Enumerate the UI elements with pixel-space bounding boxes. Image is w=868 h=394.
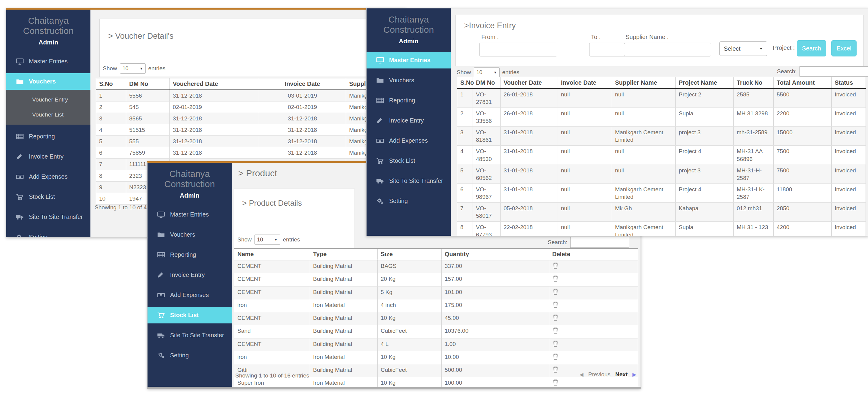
sidebar-subitem-voucher-entry[interactable]: Voucher Entry [6,92,90,107]
cell: CEMENT [234,338,310,351]
sidebar-item-setting[interactable]: Setting [6,229,90,237]
trash-icon [552,366,559,375]
truck-icon [157,332,165,339]
column-header-invoice-date[interactable]: Invoice Date [259,78,346,90]
cell: 20 Kg [378,273,442,286]
sidebar-item-reporting[interactable]: Reporting [6,128,90,145]
column-header-total-amount[interactable]: Total Amount [774,77,832,89]
column-header-project-name[interactable]: Project Name [676,77,734,89]
delete-button[interactable] [552,353,559,360]
previous-icon[interactable]: ◀ [580,371,584,378]
cell: 05-02-2018 [501,202,558,221]
sidebar-item-reporting[interactable]: Reporting [367,92,451,109]
delete-button[interactable] [552,327,559,334]
sidebar-item-invoice-entry[interactable]: Invoice Entry [367,112,451,129]
sidebar-item-setting[interactable]: Setting [367,193,451,209]
page-size-value: 10 [123,65,129,72]
cell: Invoiced [832,202,866,221]
sidebar-item-invoice-entry[interactable]: Invoice Entry [148,267,231,283]
column-header-quantity[interactable]: Quantity [442,249,549,260]
column-header-truck-no[interactable]: Truck No [734,77,774,89]
sidebar-item-vouchers[interactable]: Vouchers [367,72,451,89]
next-button[interactable]: Next [615,371,628,378]
sidebar-item-reporting[interactable]: Reporting [148,247,231,263]
delete-button[interactable] [552,288,559,296]
sidebar-item-master-entries[interactable]: Master Entries [148,206,231,223]
column-header-s-no[interactable]: S.No [457,77,473,89]
sidebar-item-site-to-site-transfer[interactable]: Site To Site Transfer [6,209,90,225]
search-input[interactable] [570,237,629,248]
column-header-delete[interactable]: Delete [549,249,638,260]
table-row: 1555631-12-201803-01-2019Manikgarh Cemen… [96,90,400,101]
cell: 02-01-2019 [259,101,346,113]
column-header-name[interactable]: Name [234,249,310,260]
column-header-status[interactable]: Status [832,77,866,89]
delete-button[interactable] [552,301,559,308]
column-header-vouchered-date[interactable]: Vouchered Date [170,78,259,90]
column-header-type[interactable]: Type [310,249,378,260]
previous-button[interactable]: Previous [588,371,611,378]
cell: 31-01-2018 [501,127,558,146]
sidebar-item-label: Reporting [389,97,415,104]
sidebar-item-setting[interactable]: Setting [148,347,231,364]
page-size-select[interactable]: 10 ▼ [474,67,500,77]
sidebar-item-stock-list[interactable]: Stock List [6,189,90,205]
delete-button[interactable] [552,340,559,348]
product-table: NameTypeSizeQuantityDeleteCEMENTBuilding… [234,248,638,389]
table-row: 7VO-5801705-02-2018nullMk GhKahapa012 mh… [457,202,866,221]
search-input[interactable] [800,66,868,76]
column-header-supplier-name[interactable]: Supplier Name [612,77,676,89]
sidebar-item-site-to-site-transfer[interactable]: Site To Site Transfer [367,173,451,189]
cell: Manikgarh Cement Limited [612,127,676,146]
sidebar-item-vouchers[interactable]: Vouchers [148,226,231,243]
page-size-select[interactable]: 10 ▼ [120,63,146,73]
delete-cell [549,377,638,389]
sidebar-item-add-expenses[interactable]: Add Expenses [6,168,90,185]
sidebar-item-label: Site To Site Transfer [170,332,224,339]
cell: 7 [96,159,126,170]
search-button[interactable]: Search [797,40,826,57]
column-header-voucher-date[interactable]: Voucher Date [501,77,558,89]
delete-button[interactable] [552,262,559,269]
sidebar-item-add-expenses[interactable]: Add Expenses [148,287,231,303]
folder-icon [376,77,384,84]
sidebar-item-site-to-site-transfer[interactable]: Site To Site Transfer [148,327,231,343]
window-invoice-entry: Chaitanya ConstructionAdminMaster Entrie… [366,8,868,236]
column-header-dm-no[interactable]: DM No [473,77,501,89]
sidebar-item-master-entries[interactable]: Master Entries [367,52,451,68]
monitor-icon [16,58,24,65]
trash-icon [552,327,559,336]
cell: 012 mh31 [734,202,774,221]
supplier-name-input[interactable] [624,43,711,57]
cell: 11800 [774,184,832,202]
excel-button[interactable]: Excel [831,40,857,57]
sidebar-item-vouchers[interactable]: Vouchers [6,73,90,90]
column-header-invoice-date[interactable]: Invoice Date [558,77,612,89]
project-select[interactable]: Select ▼ [719,41,767,56]
sidebar-item-stock-list[interactable]: Stock List [148,307,231,323]
from-date-input[interactable] [479,43,557,57]
sidebar-item-add-expenses[interactable]: Add Expenses [367,132,451,149]
cell: VO-27831 [473,89,501,108]
sidebar-item-master-entries[interactable]: Master Entries [6,53,90,70]
sidebar-subitem-voucher-list[interactable]: Voucher List [6,107,90,122]
sidebar-item-invoice-entry[interactable]: Invoice Entry [6,149,90,165]
delete-button[interactable] [552,379,559,386]
cell: Building Matrial [310,325,378,338]
next-icon[interactable]: ▶ [632,371,637,378]
delete-button[interactable] [552,314,559,321]
column-header-size[interactable]: Size [378,249,442,260]
show-label: Show [103,65,117,72]
cell: 03-01-2019 [259,90,346,101]
column-header-dm-no[interactable]: DM No [126,78,170,90]
page-size-select[interactable]: 10 ▼ [254,234,280,245]
cell: BAGS [378,260,442,273]
sidebar-item-stock-list[interactable]: Stock List [367,153,451,169]
delete-button[interactable] [552,275,559,282]
delete-button[interactable] [552,366,559,373]
folder-icon [157,232,165,238]
delete-cell [549,260,638,273]
column-header-s-no[interactable]: S.No [96,78,126,90]
cell: 31-12-2018 [259,124,346,136]
sidebar-item-label: Stock List [389,157,415,164]
